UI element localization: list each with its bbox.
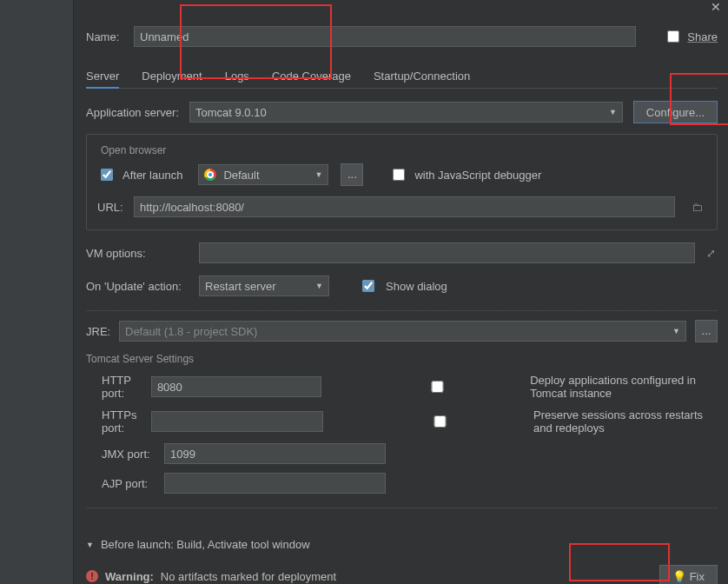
name-input[interactable] xyxy=(134,26,636,47)
update-action-label: On 'Update' action: xyxy=(86,280,190,293)
jre-value: Default (1.8 - project SDK) xyxy=(125,325,257,338)
left-tree-panel[interactable] xyxy=(0,0,74,584)
warning-text: No artifacts marked for deployment xyxy=(161,570,336,583)
url-input[interactable] xyxy=(134,196,675,217)
preserve-sessions-checkbox[interactable] xyxy=(356,415,524,428)
https-port-label: HTTPs port: xyxy=(86,408,142,435)
show-dialog-checkbox[interactable] xyxy=(362,280,374,292)
after-launch-checkbox[interactable] xyxy=(101,169,113,181)
name-label: Name: xyxy=(86,30,125,43)
vm-options-label: VM options: xyxy=(86,247,190,260)
before-launch-label: Before launch: Build, Activate tool wind… xyxy=(101,538,310,551)
open-browser-group: Open browser After launch Default ▼ ... … xyxy=(86,134,718,230)
ajp-port-label: AJP port: xyxy=(86,477,156,490)
jre-browse-button[interactable]: ... xyxy=(695,320,718,342)
warning-label: Warning: xyxy=(105,570,154,583)
folder-icon[interactable]: 🗀 xyxy=(687,201,706,214)
configure-button[interactable]: Configure... xyxy=(633,101,718,123)
deploy-tomcat-checkbox[interactable] xyxy=(354,381,520,393)
js-debugger-label: with JavaScript debugger xyxy=(414,169,541,182)
expand-icon[interactable]: ⤢ xyxy=(704,247,718,260)
chevron-down-icon: ▼ xyxy=(609,108,617,116)
tab-logs[interactable]: Logs xyxy=(225,68,249,84)
share-checkbox[interactable] xyxy=(667,30,679,43)
vm-options-input[interactable] xyxy=(199,242,695,263)
jre-select[interactable]: Default (1.8 - project SDK) ▼ xyxy=(119,321,686,342)
share-label: Share xyxy=(687,30,718,43)
after-launch-label: After launch xyxy=(122,169,182,182)
tab-startup[interactable]: Startup/Connection xyxy=(374,68,470,84)
app-server-value: Tomcat 9.0.10 xyxy=(195,106,267,119)
open-browser-legend: Open browser xyxy=(97,144,169,156)
browser-value: Default xyxy=(223,169,259,182)
chevron-down-icon: ▼ xyxy=(315,282,323,290)
tab-bar: Server Deployment Logs Code Coverage Sta… xyxy=(86,68,718,89)
update-action-select[interactable]: Restart server ▼ xyxy=(199,275,329,296)
browser-browse-button[interactable]: ... xyxy=(341,163,363,186)
app-server-label: Application server: xyxy=(86,106,179,119)
deploy-tomcat-label: Deploy applications configured in Tomcat… xyxy=(530,374,718,400)
js-debugger-checkbox[interactable] xyxy=(393,169,405,181)
collapse-icon[interactable]: ▼ xyxy=(86,541,94,549)
ajp-port-input[interactable] xyxy=(164,473,386,494)
lightbulb-icon: 💡 xyxy=(672,570,686,583)
chevron-down-icon: ▼ xyxy=(314,170,322,179)
http-port-label: HTTP port: xyxy=(86,374,142,400)
chevron-down-icon: ▼ xyxy=(672,327,680,335)
tomcat-settings-label: Tomcat Server Settings xyxy=(86,353,718,365)
tab-code-coverage[interactable]: Code Coverage xyxy=(272,68,351,84)
app-server-select[interactable]: Tomcat 9.0.10 ▼ xyxy=(189,102,623,123)
close-icon[interactable]: ✕ xyxy=(711,0,721,14)
tab-deployment[interactable]: Deployment xyxy=(142,68,202,84)
jmx-port-label: JMX port: xyxy=(86,448,156,461)
https-port-input[interactable] xyxy=(151,411,323,432)
tab-server[interactable]: Server xyxy=(86,68,119,89)
http-port-input[interactable] xyxy=(151,376,321,397)
jre-label: JRE: xyxy=(86,325,110,338)
chrome-icon xyxy=(204,169,216,181)
warning-icon: ! xyxy=(86,570,98,582)
fix-button[interactable]: 💡Fix xyxy=(659,565,718,584)
update-action-value: Restart server xyxy=(205,280,276,293)
preserve-sessions-label: Preserve sessions across restarts and re… xyxy=(533,408,718,435)
url-label: URL: xyxy=(97,201,122,214)
browser-select[interactable]: Default ▼ xyxy=(198,164,328,185)
show-dialog-label: Show dialog xyxy=(386,280,447,293)
jmx-port-input[interactable] xyxy=(164,443,386,464)
